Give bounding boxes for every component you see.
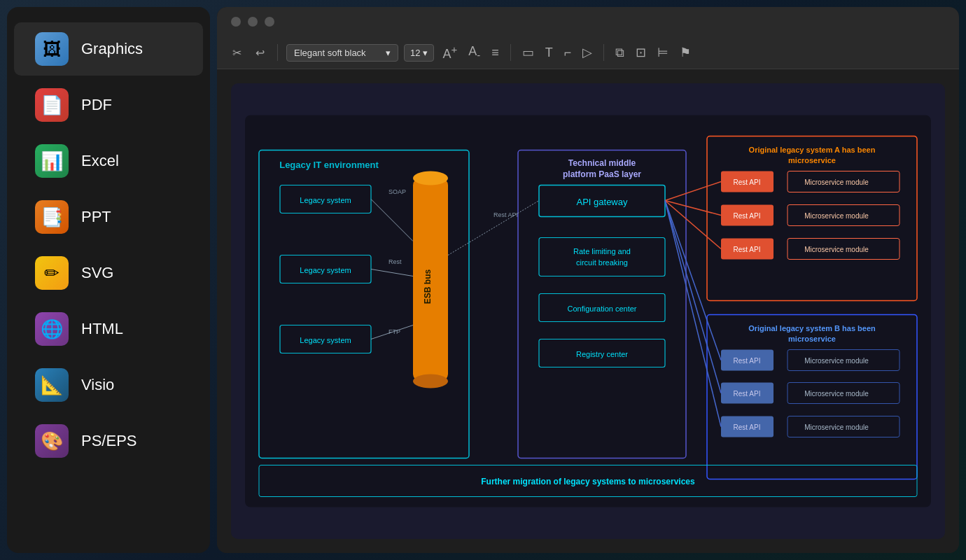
pdf-icon: 📄	[35, 88, 69, 122]
window-dot-2	[248, 17, 258, 27]
font-name-value: Elegant soft black	[294, 48, 366, 58]
flag-button[interactable]: ⚑	[677, 43, 694, 62]
toolbar-sep-2	[510, 44, 511, 61]
text-button[interactable]: T	[542, 44, 556, 62]
sidebar: 🖼 Graphics 📄 PDF 📊 Excel 📑 PPT ✏ SVG 🌐 H…	[7, 7, 210, 553]
svg-text:Rest  API: Rest API	[734, 246, 761, 253]
svg-text:Technical middle: Technical middle	[568, 158, 636, 168]
svg-text:Registry center: Registry center	[576, 350, 628, 358]
sidebar-item-svg[interactable]: ✏ SVG	[14, 246, 203, 300]
visio-icon: 📐	[35, 368, 69, 402]
svg-text:Microservice module: Microservice module	[804, 424, 869, 431]
window-dot-3	[265, 17, 274, 27]
toolbar-sep-3	[603, 44, 604, 61]
sidebar-label-pseps: PS/EPS	[81, 432, 136, 450]
svg-text:Legacy system: Legacy system	[300, 266, 351, 274]
font-size-select[interactable]: 12 ▾	[404, 44, 434, 62]
sidebar-item-excel[interactable]: 📊 Excel	[14, 134, 203, 188]
font-decrease-button[interactable]: A-	[465, 43, 483, 62]
align2-button[interactable]: ⊨	[654, 43, 671, 62]
rect-button[interactable]: ▭	[519, 43, 537, 62]
angle-button[interactable]: ⌐	[561, 44, 575, 62]
svg-text:Original legacy system A has b: Original legacy system A has been	[749, 146, 876, 154]
ppt-icon: 📑	[35, 200, 69, 234]
svg-text:Rest  API: Rest API	[734, 178, 761, 186]
svg-text:Microservice module: Microservice module	[804, 357, 869, 365]
sidebar-item-pdf[interactable]: 📄 PDF	[14, 78, 203, 132]
svg-point-12	[413, 172, 448, 186]
svg-text:Rest  API: Rest API	[734, 357, 761, 365]
sidebar-label-graphics: Graphics	[81, 40, 143, 58]
svg-text:Configuration center: Configuration center	[567, 304, 636, 313]
undo-button[interactable]: ↩	[251, 43, 269, 62]
diagram-container: Legacy IT environment Legacy system SOAP…	[231, 83, 945, 539]
diagram-svg: Legacy IT environment Legacy system SOAP…	[245, 97, 931, 525]
toolbar-sep-1	[277, 44, 278, 61]
layers-button[interactable]: ⧉	[612, 44, 627, 62]
svg-text:ESB bus: ESB bus	[423, 270, 433, 304]
excel-icon: 📊	[35, 144, 69, 178]
svg-text:Microservice module: Microservice module	[804, 178, 869, 186]
pseps-icon: 🎨	[35, 424, 69, 458]
crop-button[interactable]: ⊡	[633, 43, 649, 62]
svg-text:Rate limiting and: Rate limiting and	[573, 247, 631, 255]
align-button[interactable]: ≡	[489, 44, 502, 62]
sidebar-label-visio: Visio	[81, 376, 114, 394]
sidebar-item-pseps[interactable]: 🎨 PS/EPS	[14, 414, 203, 468]
svg-text:Microservice module: Microservice module	[804, 390, 869, 398]
svg-text:Rest  API: Rest API	[734, 424, 761, 431]
svg-icon: ✏	[35, 256, 69, 290]
svg-text:SOAP: SOAP	[388, 188, 406, 195]
svg-text:Legacy system: Legacy system	[300, 336, 351, 344]
sidebar-label-html: HTML	[81, 320, 123, 338]
font-size-value: 12	[410, 48, 420, 58]
svg-text:Rest API: Rest API	[493, 211, 518, 218]
svg-text:platform PaaS layer: platform PaaS layer	[563, 169, 641, 179]
svg-text:Rest  API: Rest API	[734, 212, 761, 220]
sidebar-label-svg: SVG	[81, 264, 113, 282]
font-name-dropdown-icon: ▾	[386, 48, 391, 58]
window-dot-1	[231, 17, 241, 27]
toolbar: ✂ ↩ Elegant soft black ▾ 12 ▾ A+ A- ≡ ▭ …	[217, 36, 959, 69]
svg-text:Rest  API: Rest API	[734, 390, 761, 398]
svg-text:Microservice module: Microservice module	[804, 212, 869, 220]
arrow-button[interactable]: ▷	[580, 43, 595, 62]
svg-text:microservice: microservice	[788, 156, 836, 164]
sidebar-label-excel: Excel	[81, 152, 119, 170]
svg-text:API gateway: API gateway	[577, 197, 628, 207]
svg-text:microservice: microservice	[788, 335, 836, 343]
svg-text:circuit breaking: circuit breaking	[576, 258, 628, 267]
font-size-dropdown-icon: ▾	[423, 48, 428, 58]
svg-text:Further migration of legacy sy: Further migration of legacy systems to m…	[481, 477, 695, 486]
sidebar-item-html[interactable]: 🌐 HTML	[14, 302, 203, 356]
canvas-area[interactable]: Legacy IT environment Legacy system SOAP…	[217, 69, 959, 553]
sidebar-label-ppt: PPT	[81, 208, 111, 226]
html-icon: 🌐	[35, 312, 69, 346]
sidebar-item-graphics[interactable]: 🖼 Graphics	[14, 22, 203, 76]
svg-point-13	[413, 374, 448, 388]
svg-text:Original legacy system B has b: Original legacy system B has been	[748, 324, 876, 332]
main-area: ✂ ↩ Elegant soft black ▾ 12 ▾ A+ A- ≡ ▭ …	[210, 0, 966, 560]
svg-text:Legacy system: Legacy system	[300, 196, 351, 204]
sidebar-label-pdf: PDF	[81, 96, 112, 114]
sidebar-item-ppt[interactable]: 📑 PPT	[14, 190, 203, 244]
svg-text:Microservice module: Microservice module	[804, 246, 869, 253]
font-name-select[interactable]: Elegant soft black ▾	[286, 44, 398, 62]
svg-text:Rest: Rest	[388, 258, 402, 265]
graphics-icon: 🖼	[35, 32, 69, 66]
sidebar-item-visio[interactable]: 📐 Visio	[14, 358, 203, 412]
cut-button[interactable]: ✂	[228, 43, 246, 62]
window-titlebar	[217, 7, 959, 36]
legacy-env-label: Legacy IT environment	[279, 160, 379, 170]
font-increase-button[interactable]: A+	[440, 42, 460, 63]
editor-window: ✂ ↩ Elegant soft black ▾ 12 ▾ A+ A- ≡ ▭ …	[217, 7, 959, 553]
